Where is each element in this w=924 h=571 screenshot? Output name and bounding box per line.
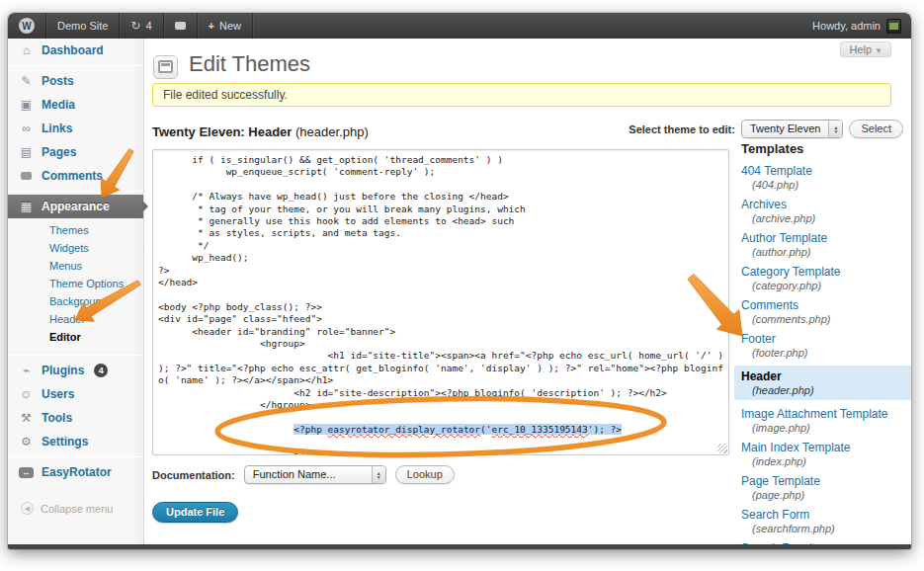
wordpress-menu-button[interactable]: W bbox=[8, 13, 46, 39]
menu-separator bbox=[8, 456, 143, 457]
template-link[interactable]: Footer bbox=[741, 332, 909, 346]
sidebar-item-comments[interactable]: Comments bbox=[8, 164, 143, 188]
template-item-header[interactable]: Header(header.php) bbox=[734, 366, 911, 400]
sidebar-item-posts[interactable]: ✎Posts bbox=[8, 69, 143, 93]
file-title-theme: Twenty Eleven: Header bbox=[152, 124, 292, 139]
sidebar-item-label: Settings bbox=[42, 435, 88, 449]
select-theme-button[interactable]: Select bbox=[849, 120, 903, 138]
update-file-button[interactable]: Update File bbox=[152, 502, 238, 523]
admin-sidebar: ⌂Dashboard✎Posts▣Media∞Links▤PagesCommen… bbox=[8, 39, 144, 544]
sidebar-item-links[interactable]: ∞Links bbox=[8, 117, 143, 140]
plugins-count-badge: 4 bbox=[94, 364, 108, 377]
home-icon: ⌂ bbox=[19, 43, 34, 57]
template-link[interactable]: 404 Template bbox=[741, 164, 909, 178]
template-item-404-template[interactable]: 404 Template(404.php) bbox=[741, 164, 909, 191]
function-name-select[interactable]: Function Name... ▲▼ bbox=[244, 465, 386, 484]
template-link[interactable]: Main Index Template bbox=[741, 441, 909, 454]
code-line: /* Always have wp_head() just before the… bbox=[158, 191, 724, 203]
template-filename: (comments.php) bbox=[752, 313, 909, 325]
sidebar-item-appearance[interactable]: ▦Appearance bbox=[8, 195, 143, 218]
template-item-image-attachment-template[interactable]: Image Attachment Template(image.php) bbox=[741, 407, 909, 434]
site-name-label: Demo Site bbox=[57, 20, 108, 32]
code-line bbox=[158, 412, 724, 424]
collapse-menu-button[interactable]: ◀ Collapse menu bbox=[8, 494, 143, 521]
template-link[interactable]: Archives bbox=[741, 198, 909, 211]
code-line: if ( is_singular() && get_option( 'threa… bbox=[158, 154, 724, 166]
sidebar-item-pages[interactable]: ▤Pages bbox=[8, 140, 143, 164]
code-line: <?php easyrotator_display_rotator('erc_1… bbox=[158, 424, 724, 436]
sidebar-subitem-theme-options[interactable]: Theme Options bbox=[8, 275, 143, 292]
template-item-main-index-template[interactable]: Main Index Template(index.php) bbox=[741, 441, 909, 467]
template-link[interactable]: Author Template bbox=[741, 231, 909, 245]
sidebar-subitem-editor[interactable]: Editor bbox=[8, 328, 143, 346]
theme-select[interactable]: Twenty Eleven ▲▼ bbox=[741, 120, 844, 138]
sidebar-subitem-background[interactable]: Background bbox=[8, 292, 143, 310]
template-link[interactable]: Header bbox=[741, 369, 911, 383]
collapse-menu-label: Collapse menu bbox=[41, 503, 113, 515]
updates-button[interactable]: ↻ 4 bbox=[120, 13, 163, 39]
help-button[interactable]: Help ▼ bbox=[840, 41, 891, 57]
appearance-submenu: ThemesWidgetsMenusTheme OptionsBackgroun… bbox=[8, 218, 143, 352]
template-item-archives[interactable]: Archives(archive.php) bbox=[741, 198, 909, 224]
settings-icon: ⚙ bbox=[19, 435, 34, 449]
sidebar-subitem-widgets[interactable]: Widgets bbox=[8, 239, 143, 257]
template-link[interactable]: Category Template bbox=[741, 265, 909, 279]
window-bottom-edge bbox=[8, 544, 911, 549]
template-link[interactable]: Page Template bbox=[741, 474, 909, 488]
template-item-search-form[interactable]: Search Form(searchform.php) bbox=[741, 508, 909, 534]
template-filename: (404.php) bbox=[752, 179, 909, 191]
new-label: New bbox=[219, 20, 241, 32]
select-stepper-icon: ▲▼ bbox=[372, 466, 385, 483]
sidebar-item-users[interactable]: ☺Users bbox=[8, 382, 143, 406]
edit-themes-icon bbox=[153, 55, 178, 79]
new-content-button[interactable]: + New bbox=[198, 13, 253, 39]
template-item-footer[interactable]: Footer(footer.php) bbox=[741, 332, 909, 359]
templates-list: 404 Template(404.php)Archives(archive.ph… bbox=[741, 164, 909, 549]
resize-grip[interactable] bbox=[717, 444, 727, 453]
templates-panel: Templates 404 Template(404.php)Archives(… bbox=[741, 141, 909, 549]
howdy-label: Howdy, admin bbox=[812, 20, 881, 32]
template-item-author-template[interactable]: Author Template(author.php) bbox=[741, 231, 909, 258]
file-title: Twenty Eleven: Header (header.php) bbox=[152, 124, 369, 139]
sidebar-item-label: Users bbox=[42, 387, 74, 401]
code-line: */ bbox=[158, 240, 724, 252]
sidebar-subitem-menus[interactable]: Menus bbox=[8, 257, 143, 275]
lookup-button[interactable]: Lookup bbox=[395, 465, 455, 484]
updates-icon: ↻ bbox=[130, 19, 140, 33]
sidebar-item-settings[interactable]: ⚙Settings bbox=[8, 430, 143, 453]
sidebar-item-tools[interactable]: ⚒Tools bbox=[8, 406, 143, 430]
template-item-comments[interactable]: Comments(comments.php) bbox=[741, 298, 909, 325]
page-title: Edit Themes bbox=[189, 51, 310, 77]
template-link[interactable]: Image Attachment Template bbox=[741, 407, 909, 421]
sidebar-item-media[interactable]: ▣Media bbox=[8, 93, 143, 117]
main-content: Edit Themes Help ▼ File edited successfu… bbox=[144, 39, 911, 544]
code-line bbox=[158, 436, 724, 448]
code-line: wp_enqueue_script( 'comment-reply' ); bbox=[158, 166, 724, 178]
code-line: </hgroup> bbox=[158, 399, 724, 411]
template-item-category-template[interactable]: Category Template(category.php) bbox=[741, 265, 909, 291]
documentation-label: Documentation: bbox=[152, 469, 235, 481]
site-name-button[interactable]: Demo Site bbox=[46, 13, 120, 39]
account-menu[interactable]: Howdy, admin bbox=[802, 13, 911, 39]
sidebar-subitem-header[interactable]: Header bbox=[8, 310, 143, 328]
template-link[interactable]: Search Form bbox=[741, 508, 909, 522]
code-token: <?php bbox=[294, 424, 327, 435]
template-filename: (author.php) bbox=[752, 246, 909, 258]
browser-window: W Demo Site ↻ 4 + New Howdy, admin bbox=[8, 13, 911, 549]
code-token: '); ?> bbox=[588, 424, 622, 435]
template-item-page-template[interactable]: Page Template(page.php) bbox=[741, 474, 909, 501]
sidebar-subitem-themes[interactable]: Themes bbox=[8, 221, 143, 239]
help-label: Help bbox=[849, 43, 872, 55]
sidebar-item-plugins[interactable]: ⌁Plugins4 bbox=[8, 359, 143, 382]
code-editor[interactable]: if ( is_singular() && get_option( 'threa… bbox=[152, 149, 729, 455]
code-line: wp_head(); bbox=[158, 252, 724, 264]
current-menu-arrow bbox=[142, 201, 154, 212]
sidebar-item-dashboard[interactable]: ⌂Dashboard bbox=[8, 39, 143, 62]
sidebar-item-easyrotator[interactable]: ↔EasyRotator bbox=[8, 460, 143, 484]
updates-count: 4 bbox=[145, 20, 151, 32]
comments-button[interactable] bbox=[164, 13, 198, 39]
select-theme-row: Select theme to edit: Twenty Eleven ▲▼ S… bbox=[629, 120, 903, 138]
sidebar-menu: ⌂Dashboard✎Posts▣Media∞Links▤PagesCommen… bbox=[8, 39, 143, 484]
template-link[interactable]: Comments bbox=[741, 298, 909, 312]
sidebar-item-label: Dashboard bbox=[42, 43, 104, 57]
